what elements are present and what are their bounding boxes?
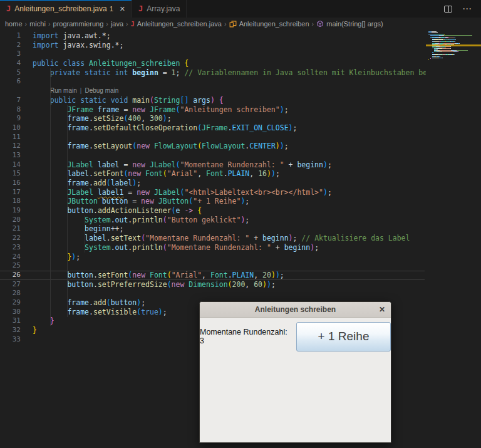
codelens: Run main|Debug main — [0, 86, 426, 96]
line-number: 15 — [0, 169, 21, 179]
code-line[interactable]: 2import javax.swing.*; — [0, 41, 426, 50]
line-number: 19 — [0, 206, 21, 216]
line-number: 30 — [0, 308, 21, 317]
code-text — [21, 49, 33, 59]
code-line[interactable]: 8 JFrame frame = new JFrame("Anleitungen… — [0, 105, 426, 115]
code-line[interactable]: 19 button.addActionListener(e -> { — [0, 206, 426, 216]
code-line[interactable]: 27 button.setPreferredSize(new Dimension… — [0, 280, 426, 289]
minimap-content — [426, 30, 481, 61]
minimap[interactable] — [426, 30, 481, 448]
code-line[interactable]: 11 — [0, 133, 426, 142]
indent-guide — [85, 216, 85, 253]
line-number: 32 — [0, 326, 21, 335]
line-number: 17 — [0, 188, 21, 197]
code-text: frame.add(button); — [21, 298, 145, 308]
line-number: 4 — [0, 59, 21, 68]
code-line[interactable]: 13 — [0, 151, 426, 160]
class-icon — [229, 20, 237, 28]
code-line[interactable]: 5 private static int beginn = 1; // Vari… — [0, 68, 426, 78]
breadcrumb-class[interactable]: Anleitungen_schreiben — [229, 20, 309, 28]
close-icon[interactable]: ✕ — [379, 302, 385, 317]
codelens-debug-link[interactable]: Debug main — [85, 86, 118, 96]
code-line[interactable]: 6 — [0, 77, 426, 86]
split-editor-icon[interactable] — [444, 6, 452, 13]
line-number: 24 — [0, 253, 21, 262]
codelens-run-link[interactable]: Run main — [50, 86, 77, 96]
code-text: System.out.println("Button geklickt"); — [21, 216, 249, 225]
line-number: 2 — [0, 41, 21, 50]
line-number: 8 — [0, 105, 21, 115]
code-line[interactable]: 22 label.setText("Momentane Rundenzahl: … — [0, 234, 426, 243]
more-actions-icon[interactable]: ⋯ — [462, 3, 472, 14]
tab-anleitungen-schreiben[interactable]: J Anleitungen_schreiben.java 1 ✕ — [0, 0, 132, 18]
breadcrumb-file[interactable]: J Anleitungen_schreiben.java — [131, 20, 222, 28]
code-line[interactable]: 26 button.setFont(new Font("Arial", Font… — [0, 271, 426, 280]
code-line[interactable]: 25 — [0, 261, 426, 271]
code-text — [21, 133, 33, 142]
line-number: 12 — [0, 142, 21, 151]
line-number: 31 — [0, 316, 21, 326]
code-text: public class Anleitungen_schreiben { — [21, 59, 189, 68]
code-text — [21, 261, 33, 271]
line-number: 18 — [0, 197, 21, 206]
code-line[interactable]: 28 — [0, 289, 426, 298]
breadcrumb-programmierung[interactable]: programmierung — [53, 20, 104, 28]
code-line[interactable]: 20 System.out.println("Button geklickt")… — [0, 216, 426, 225]
code-line[interactable]: 21 beginn++; — [0, 224, 426, 234]
code-line[interactable]: 16 frame.add(label); — [0, 179, 426, 188]
code-line[interactable]: 12 frame.setLayout(new FlowLayout(FlowLa… — [0, 142, 426, 151]
code-line[interactable]: 14 JLabel label = new JLabel("Momentane … — [0, 160, 426, 170]
breadcrumb-separator: › — [25, 20, 28, 28]
line-number: 14 — [0, 160, 21, 170]
code-text: import java.awt.*; — [21, 31, 111, 41]
code-text: frame.setSize(400, 300); — [21, 114, 172, 123]
code-text: label.setText("Momentane Rundenzahl: " +… — [21, 234, 410, 243]
java-file-icon: J — [138, 4, 143, 13]
breadcrumb-separator: › — [48, 20, 51, 28]
tab-array-java[interactable]: J Array.java — [132, 0, 187, 18]
line-number: 5 — [0, 68, 21, 78]
breadcrumb-java[interactable]: java — [111, 20, 123, 28]
swing-content: Momentane Rundenzahl: 3 + 1 Reihe — [200, 318, 391, 353]
indent-guide — [50, 68, 51, 326]
swing-titlebar[interactable]: Anleitungen schreiben ✕ — [200, 302, 391, 318]
code-text — [21, 335, 33, 345]
breadcrumb-home[interactable]: home — [5, 20, 23, 28]
breadcrumb-michi[interactable]: michi — [29, 20, 46, 28]
line-number: 16 — [0, 179, 21, 188]
code-line[interactable]: 10 frame.setDefaultCloseOperation(JFrame… — [0, 123, 426, 133]
line-number: 22 — [0, 234, 21, 243]
code-line[interactable]: 7 public static void main(String[] args)… — [0, 96, 426, 105]
code-text: button.setPreferredSize(new Dimension(20… — [21, 280, 276, 289]
code-line[interactable]: 18 JButton button = new JButton("+ 1 Rei… — [0, 197, 426, 206]
code-text: frame.setDefaultCloseOperation(JFrame.EX… — [21, 123, 297, 133]
code-line[interactable]: 24 }); — [0, 253, 426, 262]
code-line[interactable]: 17 JLabel label1 = new JLabel("<html>Lab… — [0, 188, 426, 197]
code-line[interactable]: 3 — [0, 49, 426, 59]
code-line[interactable]: 1import java.awt.*; — [0, 31, 426, 41]
minimap-warning-marker — [426, 44, 481, 46]
code-line[interactable]: 4public class Anleitungen_schreiben { — [0, 59, 426, 68]
code-text: System.out.println("Momentane Rundenzahl… — [21, 243, 319, 253]
code-text: frame.setLayout(new FlowLayout(FlowLayou… — [21, 142, 289, 151]
line-number: 10 — [0, 123, 21, 133]
line-number: 29 — [0, 298, 21, 308]
code-line[interactable]: 15 label.setFont(new Font("Arial", Font.… — [0, 169, 426, 179]
tab-bar: J Anleitungen_schreiben.java 1 ✕ J Array… — [0, 0, 481, 18]
editor-actions: ⋯ — [444, 0, 481, 18]
line-number: 33 — [0, 335, 21, 345]
code-line[interactable]: 23 System.out.println("Momentane Rundenz… — [0, 243, 426, 253]
code-text — [21, 289, 33, 298]
code-line[interactable]: 9 frame.setSize(400, 300); — [0, 114, 426, 123]
close-icon[interactable]: ✕ — [120, 5, 125, 13]
add-row-button[interactable]: + 1 Reihe — [296, 322, 391, 352]
breadcrumb-separator: › — [224, 20, 227, 28]
swing-window-title: Anleitungen schreiben — [255, 305, 336, 314]
code-text: beginn++; — [21, 224, 123, 234]
line-number: 6 — [0, 77, 21, 86]
code-text: button.addActionListener(e -> { — [21, 206, 202, 216]
method-icon — [316, 20, 324, 28]
codelens-separator: | — [80, 86, 82, 96]
breadcrumb-separator: › — [126, 20, 128, 28]
breadcrumb-method[interactable]: main(String[] args) — [316, 20, 383, 28]
